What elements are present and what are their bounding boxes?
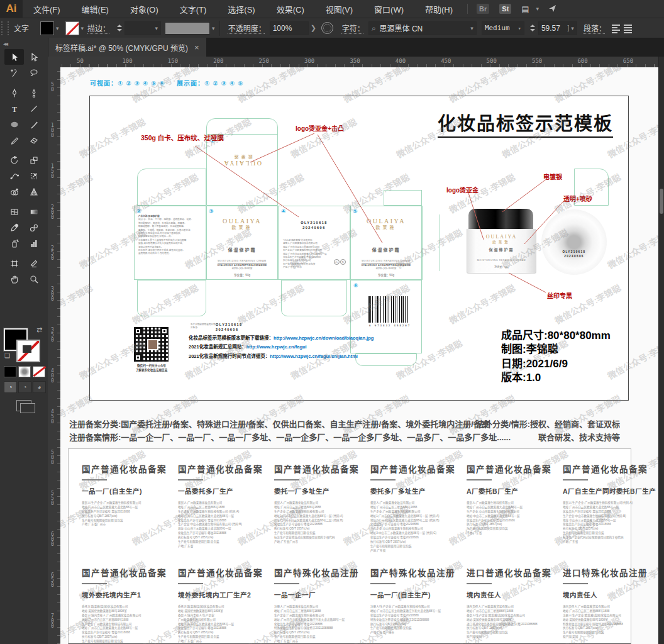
stroke-label[interactable]: 描边： bbox=[87, 23, 110, 33]
draw-inside-button[interactable]: ◕ bbox=[33, 381, 46, 393]
fill-color-swatch[interactable] bbox=[40, 21, 54, 35]
width-tool[interactable] bbox=[4, 168, 24, 184]
case-card[interactable]: 国产普通化妆品备案 委托多厂多址生产 备案人:广州欧莱雅化妆品有限公司地址:广州… bbox=[370, 462, 463, 566]
annotation-frost[interactable]: 透明+喷砂 bbox=[563, 194, 592, 203]
page-title[interactable]: 化妆品标签示范模板 bbox=[438, 109, 613, 138]
dieline-panel-2[interactable]: 产品名称:保湿修护霜成分:水、甘油、丁二醇、烟酰胺、透明质酸钠、泛醇、神经酰胺N… bbox=[134, 206, 206, 280]
zoom-tool[interactable] bbox=[24, 271, 43, 287]
spec-info-block[interactable]: 成品尺寸:80*80*80mm制图:李锦聪日期:2021/6/9版本:1.0 bbox=[501, 329, 611, 386]
none-mode-button[interactable] bbox=[33, 366, 45, 377]
stroke-swatch[interactable] bbox=[16, 340, 40, 362]
case-card[interactable]: 国产普通化妆品备案 一品一厂(自主生产) 备案人/生产企业:广州欧莱雅生物科技有… bbox=[82, 462, 175, 566]
stroke-weight-combo[interactable]: ▾ bbox=[124, 21, 161, 35]
default-fill-stroke-icon[interactable]: ❏ bbox=[4, 352, 10, 359]
dieline-panel-5[interactable]: OULAIYA欧莱雅 保湿修护霜 MOISTURIZING REPAIRING … bbox=[350, 206, 422, 280]
opacity-value[interactable]: 100% bbox=[270, 21, 309, 35]
dieline-top-flap-left[interactable] bbox=[137, 169, 206, 206]
link-url[interactable]: http://www.hzpwjc.cn/download/biaoqian.j… bbox=[274, 335, 374, 341]
blend-tool[interactable] bbox=[24, 219, 43, 235]
visible-faces-legend[interactable]: 可视面：① ② ③ ④ ⑤ ⑥ bbox=[90, 78, 165, 87]
link-url[interactable]: http://www.hzpwjc.cn/fagui/shijian.html bbox=[270, 353, 358, 359]
draw-behind-button[interactable]: ◔ bbox=[18, 381, 31, 393]
stock-icon[interactable]: St bbox=[499, 4, 511, 14]
jar-lid[interactable] bbox=[468, 209, 533, 229]
menu-item-2[interactable]: 对象(O) bbox=[119, 0, 169, 18]
dieline-bottom-flap-4[interactable] bbox=[281, 280, 347, 316]
vertical-scrollbar[interactable] bbox=[658, 57, 664, 644]
menu-item-7[interactable]: 窗口(W) bbox=[363, 0, 414, 18]
chevron-right-icon[interactable]: ❯ bbox=[311, 24, 316, 32]
line-segment-tool[interactable] bbox=[24, 101, 43, 116]
case-card[interactable]: 国产普通化妆品备案 一品委托多厂生产 备案人:广州欧莱雅化妆品有限公司地址:广州… bbox=[178, 462, 271, 566]
display-faces-legend[interactable]: 展示面：① ② ③ ④ ⑤ bbox=[177, 78, 243, 87]
annotation-foil[interactable]: logo烫亚金 bbox=[446, 185, 479, 194]
case-card[interactable]: 国产普通化妆品备案 A厂委托B厂生产 备案人:广州欧莱雅生物科技有限公司地址:广… bbox=[467, 462, 560, 566]
case-card[interactable]: 国产普通化妆品备案 A厂自主生产同时委托B厂生产 备案人/生产企业:广州欧莱雅生… bbox=[563, 462, 656, 566]
jar-body[interactable]: OULAIYA 欧莱雅 保湿修护霜 MOISTURIZING REPAIRING… bbox=[467, 229, 536, 274]
menu-item-4[interactable]: 选择(S) bbox=[217, 0, 265, 18]
document-tab[interactable]: 标签样稿.ai* @ 50% (CMYK/GPU 预览) × bbox=[48, 38, 206, 57]
artboard-tool[interactable] bbox=[4, 255, 24, 271]
symbol-sprayer-tool[interactable] bbox=[4, 235, 24, 251]
dieline-panel-3[interactable]: OULAIYA欧莱雅 保湿修护霜 MOISTURIZING REPAIRING … bbox=[206, 206, 278, 280]
align-center-icon[interactable] bbox=[624, 25, 632, 32]
swap-fill-stroke-icon[interactable]: ⇄ bbox=[36, 326, 42, 334]
character-label[interactable]: 字符： bbox=[342, 23, 365, 33]
annotation-material[interactable]: 350g 白卡、压布纹、过哑膜 bbox=[141, 133, 224, 142]
case-card[interactable]: 进口特殊化妆品注册 境内责任人 境内责任人:广州欧莱雅贸易有限公司地址:广州市白… bbox=[563, 566, 656, 644]
menu-item-0[interactable]: 文件(F) bbox=[23, 0, 71, 18]
case-card[interactable]: 国产普通化妆品备案 委托一厂多址生产 备案人:广州欧莱雅化妆品有限公司地址:广州… bbox=[274, 462, 367, 566]
eraser-tool[interactable] bbox=[24, 132, 43, 148]
collapse-panel-icon[interactable]: ◂◂ bbox=[3, 40, 7, 47]
ruler-origin-box[interactable] bbox=[48, 57, 61, 68]
screen-mode-button[interactable] bbox=[16, 400, 31, 411]
stroke-weight-stepper[interactable] bbox=[116, 23, 123, 34]
mesh-tool[interactable] bbox=[4, 204, 24, 219]
app-logo[interactable]: Ai bbox=[0, 0, 23, 18]
bridge-icon[interactable]: Br bbox=[477, 4, 489, 14]
dieline-bottom-flap-2[interactable] bbox=[137, 280, 206, 316]
font-style-combo[interactable]: Medium▾ bbox=[482, 21, 524, 35]
shape-builder-tool[interactable] bbox=[4, 184, 24, 199]
direct-selection-tool[interactable] bbox=[24, 49, 43, 65]
font-family-combo[interactable]: ⌕ 思源黑体 CN ▾ bbox=[368, 21, 477, 35]
gradient-mode-button[interactable] bbox=[18, 366, 31, 377]
chevron-down-icon[interactable]: ▾ bbox=[56, 25, 59, 31]
font-size-stepper[interactable] bbox=[529, 23, 536, 34]
lasso-tool[interactable] bbox=[24, 65, 43, 80]
paintbrush-tool[interactable] bbox=[24, 116, 43, 132]
jar-lid-top-view[interactable]: OLY21061820240606 bbox=[541, 209, 607, 275]
menu-item-3[interactable]: 文字(T) bbox=[169, 0, 218, 18]
shaper-tool[interactable] bbox=[4, 132, 24, 148]
link-url[interactable]: http://www.hzpwjc.cn/fagui bbox=[246, 344, 307, 350]
gradient-tool[interactable] bbox=[24, 204, 43, 219]
case-card[interactable]: 国产普通化妆品备案 境外委托境内生产1 委托方:欧莱雅(英国)化妆品有限公司地址… bbox=[82, 566, 175, 644]
case-card[interactable]: 国产特殊化妆品注册 一品一企一厂 注册人:广州欧莱雅化妆品有限公司地址:广州市白… bbox=[274, 566, 367, 644]
free-transform-tool[interactable] bbox=[24, 168, 43, 184]
scrollbar-thumb[interactable] bbox=[660, 189, 663, 214]
opacity-label[interactable]: 不透明度： bbox=[228, 23, 266, 33]
dieline-dust-flap[interactable] bbox=[384, 190, 422, 206]
case-card[interactable]: 进口普通化妆品备案 境内责任人 境内责任人:广州欧莱雅贸易有限公司地址:广州市白… bbox=[467, 566, 560, 644]
curvature-tool[interactable] bbox=[24, 85, 43, 101]
hand-tool[interactable] bbox=[4, 271, 24, 287]
type-tool[interactable]: T bbox=[4, 101, 24, 116]
eyedropper-tool[interactable] bbox=[4, 219, 24, 235]
canvas[interactable]: 可视面：① ② ③ ④ ⑤ ⑥ 展示面：① ② ③ ④ ⑤ 化妆品标签示范模板 … bbox=[60, 67, 658, 644]
column-graph-tool[interactable] bbox=[24, 235, 43, 251]
paragraph-label[interactable]: 段落： bbox=[584, 23, 606, 33]
dieline-lid-panel-1[interactable]: OULAIYA欧莱雅 bbox=[206, 118, 278, 206]
menu-item-8[interactable]: 帮助(H) bbox=[414, 0, 463, 18]
chevron-down-icon[interactable]: ▾ bbox=[212, 25, 215, 31]
color-mode-button[interactable] bbox=[4, 366, 16, 377]
vertical-ruler[interactable]: 5010015020025030035040045050055060065070… bbox=[48, 67, 61, 644]
menu-item-6[interactable]: 视图(V) bbox=[315, 0, 363, 18]
scale-tool[interactable] bbox=[24, 152, 43, 168]
case-card[interactable]: 国产特殊化妆品注册 一品一厂(自主生产) 注册人/生产企业:广州欧莱雅生物科技有… bbox=[370, 566, 463, 644]
slice-tool[interactable] bbox=[24, 255, 43, 271]
brush-definition-combo[interactable] bbox=[165, 22, 210, 35]
align-left-icon[interactable] bbox=[612, 25, 620, 32]
selection-tool[interactable] bbox=[4, 49, 24, 65]
perspective-grid-tool[interactable] bbox=[24, 184, 43, 199]
draw-normal-button[interactable]: ◔ bbox=[4, 381, 17, 393]
